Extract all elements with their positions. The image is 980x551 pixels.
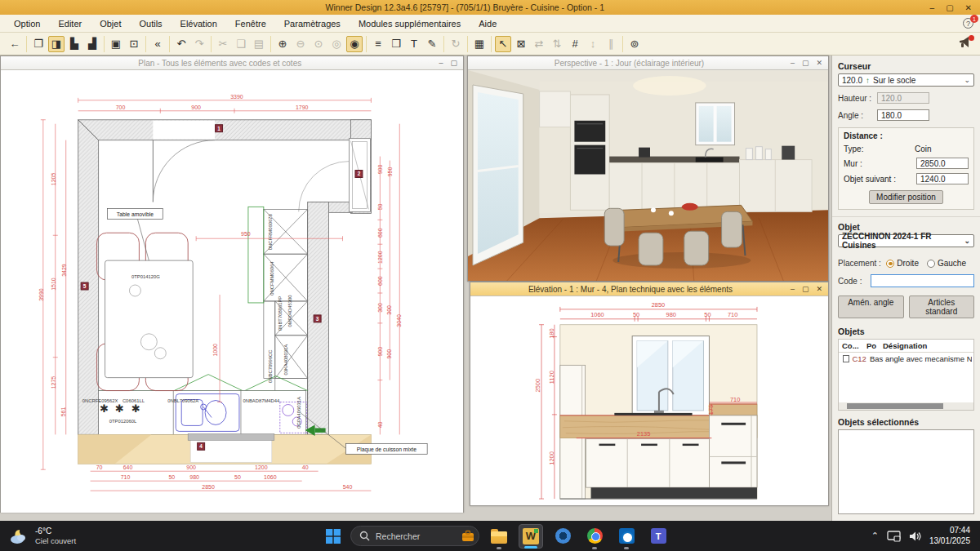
weather-widget[interactable]: -6°C Ciel couvert: [8, 527, 131, 546]
clock[interactable]: 07:44 13/01/2025: [929, 526, 970, 546]
menu-item-6[interactable]: Paramètrages: [275, 16, 350, 31]
menu-item-0[interactable]: Option: [5, 16, 49, 31]
taskbar-app-outlook[interactable]: [614, 524, 639, 549]
radio-gauche[interactable]: Gauche: [927, 259, 966, 268]
network-cast-icon[interactable]: [887, 531, 901, 542]
perspective-window-titlebar[interactable]: Perspective - 1 : Jour (éclairage intéri…: [468, 56, 828, 70]
help-icon[interactable]: ? 1: [963, 18, 973, 29]
elevation-maximize-button[interactable]: ▢: [802, 285, 809, 293]
cursor-mode-dropdown[interactable]: 120.0 ↑ Sur le socle ⌄: [838, 73, 974, 87]
up-arrow-icon: ↑: [866, 76, 870, 85]
code-input[interactable]: [871, 274, 974, 287]
elevation-minimize-button[interactable]: –: [791, 285, 795, 293]
perspective-minimize-button[interactable]: –: [791, 59, 795, 67]
objets-table-row[interactable]: C12 Bas angle avec mecanisme Nuv: [839, 353, 973, 365]
copy-icon[interactable]: ❑: [233, 36, 249, 52]
taskbar-app-explorer[interactable]: [487, 524, 511, 549]
zoom-previous-icon[interactable]: ⊙: [310, 36, 327, 52]
app-maximize-button[interactable]: ▢: [946, 3, 953, 12]
notification-megaphone-icon[interactable]: [959, 37, 972, 51]
snap-x-icon[interactable]: ↕: [585, 36, 601, 52]
angle-field[interactable]: 180.0: [877, 109, 929, 121]
menu-item-3[interactable]: Outils: [130, 16, 171, 31]
dimension-label: 3990: [38, 288, 44, 301]
zoom-all-icon[interactable]: ◉: [346, 36, 363, 52]
annotation-icon[interactable]: «: [149, 36, 166, 52]
speaker-icon[interactable]: [909, 531, 921, 542]
app-close-button[interactable]: ✕: [965, 3, 972, 12]
tray-chevron-icon[interactable]: ⌃: [871, 531, 879, 541]
elevation-view-icon[interactable]: ◨: [48, 36, 65, 52]
undo-icon[interactable]: ↶: [173, 36, 189, 52]
row-checkbox[interactable]: [843, 355, 849, 362]
articles-standard-button[interactable]: Articles standard: [909, 295, 975, 318]
taskbar-app-teams[interactable]: T: [646, 524, 670, 549]
elevation-close-button[interactable]: ✕: [816, 285, 822, 293]
plan-canvas[interactable]: ✱✱✱: [1, 70, 463, 513]
elevation-window-titlebar[interactable]: Elévation - 1 : Mur - 4, Plan technique …: [470, 282, 828, 296]
cut-icon[interactable]: ✂: [215, 36, 231, 52]
calculator-icon[interactable]: ▦: [471, 36, 488, 52]
zoom-out-icon[interactable]: ⊖: [292, 36, 309, 52]
perspective-close-button[interactable]: ✕: [816, 59, 822, 67]
refresh-icon[interactable]: ↻: [448, 36, 464, 52]
start-button[interactable]: [323, 527, 343, 546]
menu-item-4[interactable]: Elévation: [172, 16, 226, 31]
print-icon[interactable]: ⊡: [126, 36, 142, 52]
perspective-maximize-button[interactable]: ▢: [802, 59, 809, 67]
product-code-label: C06061LL: [122, 398, 145, 403]
elevation-window-opening: [632, 336, 709, 415]
radio-droite[interactable]: Droite: [886, 259, 919, 268]
zoom-in-icon[interactable]: ⊕: [274, 36, 291, 52]
save-icon[interactable]: ▣: [108, 36, 124, 52]
objets-selectionnes-box[interactable]: [838, 429, 974, 514]
taskbar-app-winner-design[interactable]: W: [519, 524, 543, 549]
objet-suivant-field[interactable]: 1240.0: [916, 173, 969, 184]
notes-icon[interactable]: ≡: [370, 36, 386, 52]
amenagement-angle-button[interactable]: Amén. angle: [838, 295, 904, 318]
objets-hscrollbar[interactable]: [839, 402, 973, 410]
mur-field[interactable]: 2850.0: [916, 158, 969, 169]
perspective-canvas[interactable]: [468, 70, 828, 281]
comment-icon[interactable]: ❒: [388, 36, 404, 52]
taskbar-app-loop[interactable]: [550, 524, 575, 549]
app-minimize-button[interactable]: –: [930, 3, 935, 12]
hauteur-field[interactable]: 120.0: [877, 92, 929, 104]
product-code-label: 0TP014120G: [131, 274, 160, 279]
taskbar-app-chrome[interactable]: [582, 524, 607, 549]
svg-text:✱: ✱: [115, 402, 124, 415]
catalog-dropdown[interactable]: ZECCHINON 2024-1 FR Cuisines ⌄: [838, 234, 974, 247]
menu-item-2[interactable]: Objet: [91, 16, 130, 31]
zoom-window-icon[interactable]: ◎: [328, 36, 345, 52]
plan-minimize-button[interactable]: –: [439, 59, 443, 67]
paste-icon[interactable]: ▤: [251, 36, 267, 52]
wall-view-icon[interactable]: ▙: [66, 36, 82, 52]
pointer-icon[interactable]: ↖: [495, 36, 511, 52]
text-icon[interactable]: T: [406, 36, 422, 52]
snap-y-icon[interactable]: ∥: [603, 36, 619, 52]
elevation-canvas[interactable]: 2850106050980507102500180112012002135175…: [470, 296, 828, 505]
perspective-view-icon[interactable]: ▟: [84, 36, 100, 52]
plan-maximize-button[interactable]: ▢: [450, 59, 457, 67]
plan-view-icon[interactable]: ❐: [30, 36, 47, 52]
snap-edge-icon[interactable]: ⇄: [531, 36, 547, 52]
grid-icon[interactable]: #: [567, 36, 583, 52]
snap-angle-icon[interactable]: ⇅: [549, 36, 565, 52]
redo-icon[interactable]: ↷: [191, 36, 207, 52]
dimension-label: 1060: [590, 311, 604, 318]
app-titlebar[interactable]: Winner Design 12.3a4.6 [25797] - (705/1/…: [0, 0, 980, 15]
snap-object-icon[interactable]: ⊠: [513, 36, 529, 52]
menu-item-5[interactable]: Fenêtre: [226, 16, 275, 31]
objets-table[interactable]: Co... Po Désignation C12 Bas angle avec …: [838, 339, 974, 411]
menu-item-1[interactable]: Editer: [49, 16, 91, 31]
taskbar-search[interactable]: Rechercher: [350, 526, 479, 546]
plan-window-titlebar[interactable]: Plan - Tous les éléments avec codes et c…: [1, 56, 463, 70]
modifier-position-button[interactable]: Modifier position: [869, 190, 943, 204]
measure-icon[interactable]: ⊚: [626, 36, 643, 52]
report-icon[interactable]: ✎: [424, 36, 440, 52]
menu-item-7[interactable]: Modules supplémentaires: [350, 16, 470, 31]
back-icon[interactable]: ←: [7, 36, 23, 52]
dimension-label: 3390: [230, 94, 243, 100]
wall-marker-number: 1: [217, 126, 220, 131]
menu-item-8[interactable]: Aide: [470, 16, 506, 31]
